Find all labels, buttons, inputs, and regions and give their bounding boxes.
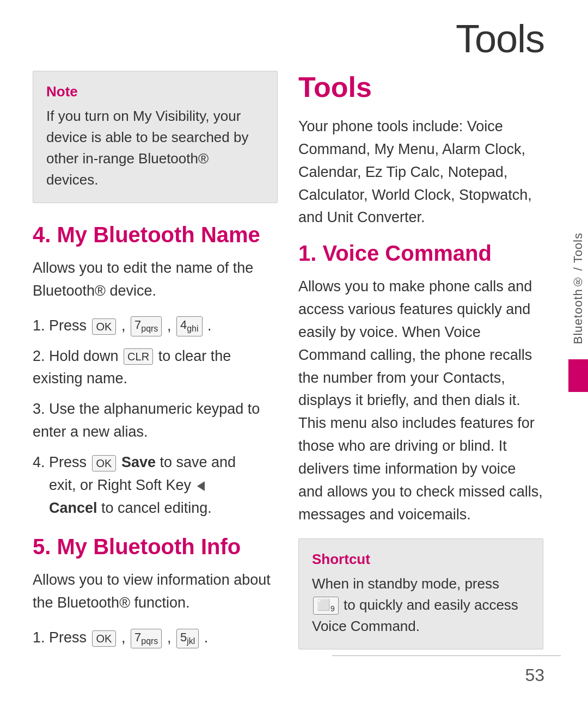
- page-header-title: Tools: [456, 16, 544, 61]
- key-5jkl: 5jkl: [176, 629, 199, 648]
- key-7pqrs: 7pqrs: [131, 316, 162, 336]
- sidebar-accent-bar: [568, 359, 588, 392]
- step-4-4: 4. Press OK Save to save and exit, or Ri…: [33, 451, 278, 520]
- step-4-3: 3. Use the alphanumeric keypad to enter …: [33, 398, 278, 444]
- left-column: Note If you turn on My Visibility, your …: [33, 71, 278, 665]
- tools-section-heading: Tools: [298, 71, 543, 103]
- key-ok-1: OK: [92, 318, 117, 335]
- shortcut-box-text: When in standby mode, press ⬜9 to quickl…: [312, 573, 530, 637]
- shortcut-box-title: Shortcut: [312, 551, 530, 568]
- section-5: 5. My Bluetooth Info Allows you to view …: [33, 535, 278, 649]
- section-4-body: Allows you to edit the name of the Bluet…: [33, 257, 278, 303]
- step-4-2: 2. Hold down CLR to clear the existing n…: [33, 345, 278, 391]
- key-voice: ⬜9: [313, 597, 339, 615]
- section-4-heading: 4. My Bluetooth Name: [33, 223, 278, 247]
- shortcut-box: Shortcut When in standby mode, press ⬜9 …: [298, 538, 543, 649]
- key-ok-2: OK: [92, 455, 117, 471]
- key-4ghi: 4ghi: [176, 316, 203, 336]
- section-1: 1. Voice Command Allows you to make phon…: [298, 241, 543, 526]
- page-number: 53: [525, 665, 544, 685]
- page-divider: [332, 655, 561, 656]
- sidebar-tab-label: Bluetooth® / Tools: [570, 232, 587, 344]
- note-box-text: If you turn on My Visibility, your devic…: [46, 106, 264, 191]
- key-ok-3: OK: [92, 630, 117, 647]
- section-1-body: Allows you to make phone calls and acces…: [298, 275, 543, 526]
- section-4: 4. My Bluetooth Name Allows you to edit …: [33, 223, 278, 519]
- section-1-heading: 1. Voice Command: [298, 241, 543, 266]
- note-box: Note If you turn on My Visibility, your …: [33, 71, 278, 203]
- section-4-steps: 1. Press OK , 7pqrs , 4ghi . 2. Hold dow…: [33, 315, 278, 520]
- section-5-body: Allows you to view information about the…: [33, 569, 278, 615]
- sidebar-tab: Bluetooth® / Tools: [568, 229, 588, 348]
- soft-key-icon: [197, 481, 205, 491]
- right-column: Tools Your phone tools include: Voice Co…: [298, 71, 543, 669]
- section-5-steps: 1. Press OK , 7pqrs , 5jkl .: [33, 627, 278, 649]
- step-5-1: 1. Press OK , 7pqrs , 5jkl .: [33, 627, 278, 649]
- key-clr: CLR: [124, 348, 153, 365]
- step-4-1: 1. Press OK , 7pqrs , 4ghi .: [33, 315, 278, 338]
- note-box-title: Note: [46, 83, 264, 100]
- section-5-heading: 5. My Bluetooth Info: [33, 535, 278, 559]
- key-7pqrs-2: 7pqrs: [131, 629, 162, 648]
- tools-body-text: Your phone tools include: Voice Command,…: [298, 115, 543, 229]
